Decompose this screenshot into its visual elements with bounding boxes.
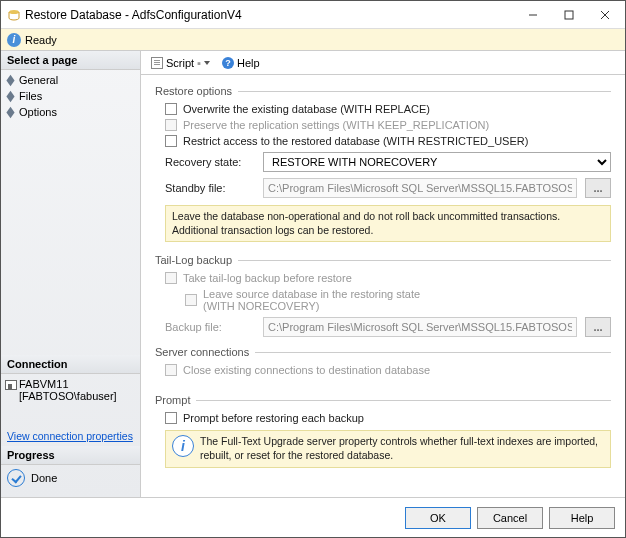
backup-browse-button: ... — [585, 317, 611, 337]
info-icon: i — [7, 33, 21, 47]
prompt-before-label: Prompt before restoring each backup — [183, 412, 364, 424]
sidebar-item-files[interactable]: Files — [1, 88, 140, 104]
status-bar: i Ready — [1, 29, 625, 51]
recovery-note: Leave the database non-operational and d… — [165, 205, 611, 242]
close-button[interactable] — [587, 3, 623, 27]
sidebar-item-options[interactable]: Options — [1, 104, 140, 120]
script-button[interactable]: Script ▪ — [147, 55, 214, 71]
progress-header: Progress — [1, 446, 140, 465]
script-icon — [151, 57, 163, 69]
close-connections-checkbox — [165, 364, 177, 376]
dialog-footer: OK Cancel Help — [1, 497, 625, 537]
connection-info: FABVM11 [FABTOSO\fabuser] — [1, 374, 140, 426]
recovery-state-select[interactable]: RESTORE WITH NORECOVERY — [263, 152, 611, 172]
overwrite-label: Overwrite the existing database (WITH RE… — [183, 103, 430, 115]
main-toolbar: Script ▪ ? Help — [141, 51, 625, 75]
connection-header: Connection — [1, 355, 140, 374]
restore-database-window: Restore Database - AdfsConfigurationV4 i… — [0, 0, 626, 538]
done-icon — [7, 469, 25, 487]
svg-rect-2 — [565, 11, 573, 19]
restrict-label: Restrict access to the restored database… — [183, 135, 528, 147]
select-page-header: Select a page — [1, 51, 140, 70]
backup-file-input — [263, 317, 577, 337]
prompt-group: Prompt Prompt before restoring each back… — [155, 394, 611, 479]
standby-file-input — [263, 178, 577, 198]
window-title: Restore Database - AdfsConfigurationV4 — [25, 8, 515, 22]
help-button[interactable]: Help — [549, 507, 615, 529]
app-icon — [7, 8, 21, 22]
preserve-label: Preserve the replication settings (WITH … — [183, 119, 489, 131]
minimize-button[interactable] — [515, 3, 551, 27]
leave-source-label: Leave source database in the restoring s… — [203, 288, 420, 312]
server-connections-group: Server connections Close existing connec… — [155, 346, 611, 384]
help-icon: ? — [222, 57, 234, 69]
backup-file-label: Backup file: — [165, 321, 255, 333]
fulltext-note: i The Full-Text Upgrade server property … — [165, 430, 611, 467]
standby-file-label: Standby file: — [165, 182, 255, 194]
info-icon: i — [172, 435, 194, 457]
chevron-down-icon — [204, 61, 210, 65]
sidebar-item-general[interactable]: General — [1, 72, 140, 88]
overwrite-checkbox[interactable] — [165, 103, 177, 115]
take-taillog-label: Take tail-log backup before restore — [183, 272, 352, 284]
maximize-button[interactable] — [551, 3, 587, 27]
close-connections-label: Close existing connections to destinatio… — [183, 364, 430, 376]
restore-options-group: Restore options Overwrite the existing d… — [155, 85, 611, 254]
ok-button[interactable]: OK — [405, 507, 471, 529]
prompt-before-checkbox[interactable] — [165, 412, 177, 424]
svg-point-0 — [9, 10, 19, 14]
leave-source-checkbox — [185, 294, 197, 306]
help-button[interactable]: ? Help — [218, 55, 264, 71]
standby-browse-button: ... — [585, 178, 611, 198]
view-connection-properties-link[interactable]: View connection properties — [1, 426, 140, 446]
take-taillog-checkbox — [165, 272, 177, 284]
tail-log-group: Tail-Log backup Take tail-log backup bef… — [155, 254, 611, 346]
recovery-state-label: Recovery state: — [165, 156, 255, 168]
restrict-checkbox[interactable] — [165, 135, 177, 147]
cancel-button[interactable]: Cancel — [477, 507, 543, 529]
progress-status: Done — [1, 465, 140, 497]
status-text: Ready — [25, 34, 57, 46]
titlebar: Restore Database - AdfsConfigurationV4 — [1, 1, 625, 29]
sidebar: Select a page General Files Options Conn… — [1, 51, 141, 497]
preserve-checkbox — [165, 119, 177, 131]
